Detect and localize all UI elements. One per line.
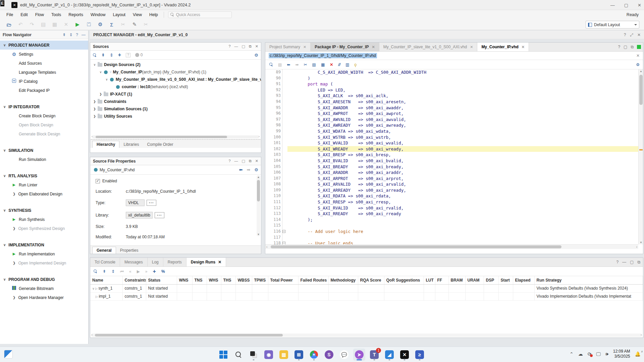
network-icon[interactable]: 🖵 [596,351,601,357]
sources-expand-icon[interactable]: ⇕ [110,53,113,58]
minimize-panel-icon[interactable]: — [82,33,86,37]
tab-close-icon[interactable]: ✕ [372,45,375,49]
tree-caret-icon[interactable]: ∨ [104,78,109,81]
column-header-ths[interactable]: THS [221,276,235,284]
search-button[interactable] [232,349,245,361]
banner-help-icon[interactable]: ? [624,33,626,37]
column-header-status[interactable]: Status [146,276,177,284]
first-run-icon[interactable]: ⏮ [120,269,124,274]
sidebar-section-ip-integrator[interactable]: ∨IP INTEGRATOR [0,102,88,111]
sources-collapse-icon[interactable]: ⇞ [101,53,105,58]
code-line[interactable]: S_AXI_ACLK => s00_axi_aclk, [287,93,643,99]
code-line[interactable]: ); [287,217,643,223]
sfp-settings-gear-icon[interactable]: ⚙ [254,167,258,172]
sidebar-section-simulation[interactable]: ∨SIMULATION [0,146,88,155]
collapse-all-icon[interactable]: ⇞ [62,33,66,37]
tab-close-icon[interactable]: ✕ [303,45,306,49]
code-line[interactable]: -- Add user logic here [287,229,643,235]
property-input[interactable]: VHDL [126,199,145,206]
sidebar-section-rtl-analysis[interactable]: ∨RTL ANALYSIS [0,171,88,180]
code-line[interactable]: S_AXI_ARESETN => s00_axi_aresetn, [287,99,643,105]
tab-properties[interactable]: Properties [116,247,143,254]
code-line[interactable]: LED => LED, [287,87,643,93]
runs-expand-icon[interactable]: ⇕ [111,269,115,274]
lightbulb-icon[interactable]: ǫ [354,62,357,67]
sidebar-section-project-manager[interactable]: ∨PROJECT MANAGER [0,41,88,50]
code-line[interactable]: S_AXI_AWADDR => s00_axi_awaddr, [287,105,643,111]
sidebar-item-generate-bitstream[interactable]: Generate Bitstream [0,284,88,293]
code-line[interactable]: S_AXI_BVALID => s00_axi_bvalid, [287,158,643,164]
column-header-run-strategy[interactable]: Run Strategy [534,276,643,284]
tree-row[interactable]: ❯Constraints [92,98,261,105]
tree-row[interactable]: ∨Design Sources (2) [92,61,261,68]
sync-icon[interactable]: ⟳ [588,351,592,357]
column-header-lut[interactable]: LUT [424,276,435,284]
maximize-button[interactable]: ▢ [624,3,628,8]
sidebar-section-synthesis[interactable]: ∨SYNTHESIS [0,206,88,215]
sources-settings-gear-icon[interactable]: ⚙ [254,53,258,58]
code-line[interactable]: S_AXI_ARREADY => s00_axi_arready, [287,187,643,193]
sfp-float-icon[interactable]: ⧉ [249,159,252,163]
sidebar-item-ip-catalog[interactable]: IP Catalog [0,77,88,86]
editor-hscrollbar[interactable]: ‹ › [265,244,638,249]
sum-icon[interactable]: Σ [107,20,116,28]
code-line[interactable]: S_AXI_ARADDR => s00_axi_araddr, [287,170,643,176]
file-path[interactable]: c:/383/ip_repo/My_Counter_IP_1_0/hdl/My_… [269,53,377,58]
column-header-uram[interactable]: URAM [465,276,484,284]
quick-access-search[interactable]: Quick Access [168,11,232,18]
code-line[interactable]: C_S_AXI_ADDR_WIDTH => C_S00_AXI_ADDR_WID… [287,69,643,75]
taskbar-clock[interactable]: 12:09 AM 3/5/2025 [613,349,630,359]
sidebar-item-run-linter[interactable]: ▶Run Linter [0,180,88,189]
run-row-synth_1[interactable]: ∨ ▷ synth_1constrs_1Not startedVivado Sy… [90,284,643,292]
percent-icon[interactable]: % [161,269,165,274]
sidebar-item-open-hardware-manager[interactable]: ❯Open Hardware Manager [0,293,88,302]
code-line[interactable]: S_AXI_RDATA => s00_axi_rdata, [287,193,643,199]
code-line[interactable]: S_AXI_BREADY => s00_axi_bready, [287,164,643,170]
code-line[interactable]: S_AXI_WREADY => s00_axi_wready, [287,146,643,152]
store-icon[interactable]: ⊞ [293,349,305,361]
menu-help[interactable]: Help [146,11,162,18]
code-line[interactable]: S_AXI_RREADY => s00_axi_rready [287,211,643,217]
sidebar-item-run-implementation[interactable]: ▶Run Implementation [0,249,88,258]
tree-caret-icon[interactable]: ∨ [98,70,103,74]
sources-hscrollbar[interactable]: ‹› [92,135,259,138]
runs-collapse-icon[interactable]: ⇞ [103,269,106,274]
sidebar-item-open-elaborated-design[interactable]: ❯Open Elaborated Design [0,189,88,198]
tab-close-icon[interactable]: ✕ [522,45,525,49]
row-caret-icons[interactable]: ▷ [92,295,99,298]
sidebar-item-create-block-design[interactable]: Create Block Design [0,111,88,120]
tree-row[interactable]: ❯IP-XACT (1) [92,90,261,98]
column-header-wns[interactable]: WNS [177,276,192,284]
code-line[interactable]: S_AXI_RRESP => s00_axi_rresp, [287,199,643,205]
code-line[interactable]: S_AXI_ARPROT => s00_axi_arprot, [287,176,643,182]
column-header-methodology[interactable]: Methodology [328,276,358,284]
sidebar-item-add-sources[interactable]: Add Sources [0,59,88,68]
code-line[interactable]: S_AXI_AWVALID => s00_axi_awvalid, [287,117,643,123]
tree-row[interactable]: ❯Utility Sources [92,113,261,120]
menu-view[interactable]: View [129,11,146,18]
row-caret-icons[interactable]: ∨ ▷ [92,287,99,290]
menu-file[interactable]: File [3,11,17,18]
widgets-icon[interactable] [4,350,13,359]
column-header-whs[interactable]: WHS [207,276,221,284]
ellipsis-button[interactable]: ··· [147,200,156,206]
sources-float-icon[interactable]: ⧉ [249,44,252,49]
menu-reports[interactable]: Reports [65,11,87,18]
tab-hierarchy[interactable]: Hierarchy [92,141,119,148]
skype-icon[interactable]: S [323,349,335,361]
panel-maximize-icon[interactable]: ▢ [630,260,634,264]
edit-icon[interactable]: ✎ [130,20,139,28]
column-header-dsp[interactable]: DSP [484,276,498,284]
help-icon[interactable]: ? [76,33,78,37]
sfp-close-icon[interactable]: ✕ [255,159,258,163]
menu-window[interactable]: Window [87,11,109,18]
sfp-maximize-icon[interactable]: ▢ [242,159,245,163]
column-header-constraints[interactable]: Constraints [122,276,146,284]
tab-close-icon[interactable]: ✕ [218,260,221,264]
sources-help-icon[interactable]: ? [228,44,230,49]
code-line[interactable] [287,223,643,229]
editor-float-icon[interactable]: ⧉ [631,45,634,49]
column-header-bram[interactable]: BRAM [448,276,465,284]
sources-minimize-icon[interactable]: — [234,44,238,49]
tray-chevron-icon[interactable]: ⌃ [570,351,574,357]
